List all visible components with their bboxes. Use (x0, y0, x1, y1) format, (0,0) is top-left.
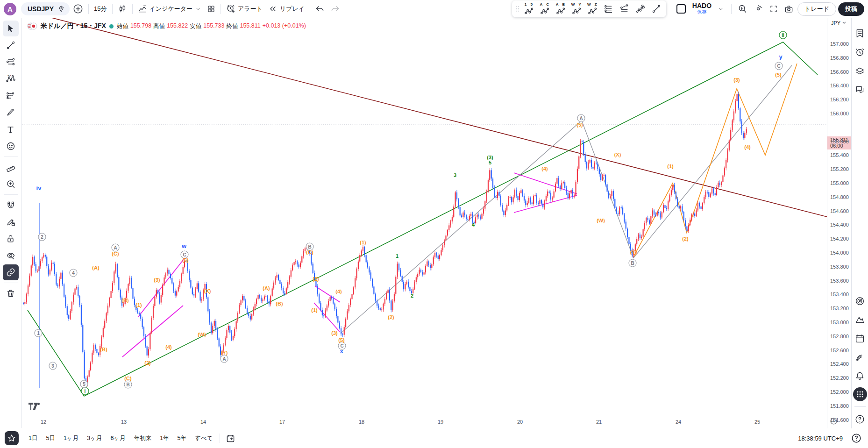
candlestick-chart[interactable]: ivwxyiii24135ACBABCABC(A)(C)(B)(1)(3)(5)… (21, 18, 827, 416)
wave-label-B[interactable]: (B) (121, 298, 129, 303)
trend-line-tool[interactable] (3, 37, 19, 53)
magenta-pattern-line[interactable] (138, 256, 186, 317)
long-position-tool[interactable] (3, 88, 19, 104)
wave-label-i[interactable]: i (81, 387, 89, 395)
sidebar-watchlist[interactable] (853, 26, 867, 40)
wave-label-3[interactable]: (3) (733, 77, 740, 83)
interval-button[interactable]: 15分 (92, 2, 109, 15)
magnet-tool[interactable] (3, 197, 19, 213)
sidebar-object-tree[interactable] (853, 64, 867, 78)
elliott-zigzag-tool-ae[interactable]: A E (553, 3, 569, 15)
sidebar-chat[interactable] (853, 82, 867, 96)
wave-label-1[interactable]: (1) (667, 164, 674, 169)
wave-label-C[interactable]: C (775, 62, 783, 70)
wave-label-A[interactable]: (A) (92, 265, 100, 270)
symbol-search-button[interactable]: USDJPY (21, 2, 70, 15)
time-axis-label[interactable]: 17 (279, 419, 285, 425)
ruler-tool[interactable] (3, 159, 19, 175)
save-layout-label[interactable]: 保存 (697, 9, 706, 15)
wave-label-2[interactable]: 2 (38, 233, 46, 241)
fullscreen-button[interactable] (767, 2, 780, 15)
wave-label-3[interactable]: 3 (49, 362, 57, 370)
wave-label-X[interactable]: (X) (204, 288, 211, 294)
drawing-mode-tool[interactable] (3, 214, 19, 230)
sidebar-screener-radar[interactable] (853, 294, 867, 308)
time-axis-label[interactable]: 21 (596, 419, 602, 425)
layout-select-icon[interactable] (676, 4, 686, 14)
wave-label-2[interactable]: (2) (144, 360, 151, 366)
wave-label-C[interactable]: (C) (306, 249, 313, 255)
fib-retracement-tool[interactable] (3, 54, 19, 70)
wave-label-4[interactable]: 4 (70, 269, 77, 277)
elliott-zigzag-tool-wz[interactable]: W Z (585, 3, 601, 15)
wave-label-2[interactable]: 2 (411, 293, 413, 299)
wave-label-4[interactable]: 4 (472, 222, 475, 228)
help-button[interactable] (849, 431, 863, 445)
elliott-zigzag-tool-ac[interactable]: A C (537, 3, 553, 15)
wave-label-2[interactable]: (2) (682, 236, 689, 242)
xabcd-pattern-tool[interactable]: W Y (3, 71, 19, 87)
redo-button[interactable] (328, 2, 342, 15)
wave-label-4[interactable]: (4) (335, 289, 342, 294)
time-axis-label[interactable]: 14 (200, 419, 206, 425)
remove-all-tool[interactable] (3, 285, 19, 301)
sidebar-notifications-bell[interactable] (853, 369, 867, 383)
chart-pane[interactable]: ivwxyiii24135ACBABCABC(A)(C)(B)(1)(3)(5)… (21, 18, 827, 416)
wave-label-y[interactable]: y (779, 53, 783, 60)
wave-label-4[interactable]: (4) (744, 144, 751, 150)
range-button-6ヶ月[interactable]: 6ヶ月 (107, 433, 128, 444)
range-button-すべて[interactable]: すべて (192, 433, 216, 444)
favorites-star-button[interactable] (5, 431, 19, 445)
wave-label-4[interactable]: (4) (541, 166, 548, 171)
session-clock[interactable]: 18:38:59 UTC+9 (798, 435, 843, 442)
wave-label-A[interactable]: (A) (263, 285, 270, 291)
wave-label-W[interactable]: (W) (597, 218, 605, 223)
user-avatar[interactable]: A (4, 3, 16, 15)
quick-search-button[interactable] (735, 2, 749, 15)
wave-label-5[interactable]: 5 (489, 160, 491, 165)
wave-label-3[interactable]: 3 (454, 172, 456, 178)
sync-drawings-tool[interactable] (3, 264, 19, 280)
wave-label-2[interactable]: (2) (313, 276, 319, 282)
trend-line-quick-tool[interactable] (648, 4, 664, 14)
indicator-templates-button[interactable] (205, 2, 218, 15)
compare-add-button[interactable] (71, 2, 85, 15)
sidebar-economic-calendar[interactable] (853, 331, 867, 345)
wave-label-A[interactable]: A (221, 355, 228, 363)
axis-currency-button[interactable]: JPY (831, 20, 846, 26)
sidebar-alerts-clock[interactable] (853, 45, 867, 59)
wave-label-3[interactable]: (3) (154, 277, 160, 283)
fib-channel-tool[interactable] (601, 4, 617, 14)
wave-label-3[interactable]: (3) (331, 330, 338, 336)
sidebar-ideas[interactable] (853, 313, 867, 327)
emoji-tool[interactable] (3, 138, 19, 154)
wave-label-1[interactable]: (1) (360, 240, 366, 245)
wave-label-C[interactable]: (C) (112, 251, 119, 256)
layout-dropdown-button[interactable] (714, 2, 727, 15)
range-button-年初来[interactable]: 年初来 (131, 433, 155, 444)
wave-label-C[interactable]: (C) (124, 376, 132, 381)
wave-label-5[interactable]: (5) (182, 257, 189, 263)
wave-label-A[interactable]: A (112, 244, 119, 251)
parallel-channel-tool[interactable] (617, 4, 633, 14)
indicators-button[interactable]: インジケーター (135, 2, 204, 15)
axis-settings-icon[interactable] (830, 417, 838, 425)
range-button-5日[interactable]: 5日 (43, 433, 58, 444)
drag-handle-icon[interactable] (514, 5, 521, 13)
time-axis-label[interactable]: 18 (359, 419, 364, 425)
wave-label-B[interactable]: (B) (276, 301, 283, 306)
wave-label-1[interactable]: 1 (35, 329, 42, 337)
snapshot-camera-button[interactable] (782, 2, 796, 15)
elliott-path-tool[interactable] (633, 4, 648, 14)
sidebar-help[interactable] (853, 412, 867, 426)
wave-label-1[interactable]: 1 (396, 253, 398, 259)
range-button-1日[interactable]: 1日 (25, 433, 41, 444)
range-button-1ヶ月[interactable]: 1ヶ月 (60, 433, 82, 444)
wave-label-5[interactable]: (5) (576, 122, 583, 128)
wave-label-B[interactable]: B (629, 259, 636, 267)
text-tool[interactable] (3, 121, 19, 137)
time-axis-label[interactable]: 25 (754, 419, 760, 425)
magenta-pattern-line[interactable] (514, 173, 577, 194)
zoom-in-tool[interactable] (3, 176, 19, 192)
hide-all-drawings-tool[interactable] (3, 248, 19, 263)
